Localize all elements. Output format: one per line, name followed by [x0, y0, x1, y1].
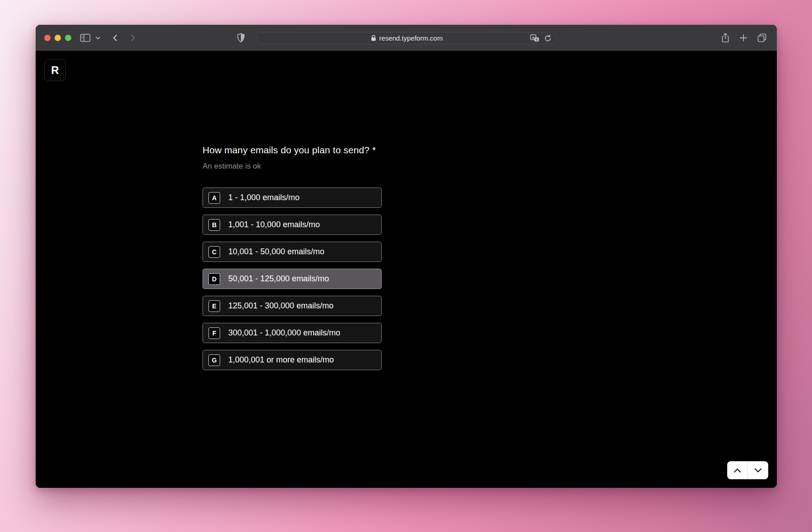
svg-text:S: S	[535, 38, 538, 41]
browser-titlebar: resend.typeform.com A S	[36, 25, 777, 51]
lock-icon	[371, 35, 376, 41]
forward-button-icon[interactable]	[129, 25, 137, 51]
chevron-down-icon[interactable]	[95, 25, 101, 51]
option-label: 1 - 1,000 emails/mo	[228, 193, 300, 202]
option-key-badge: A	[208, 192, 220, 204]
chevron-down-icon	[754, 468, 762, 473]
option-g[interactable]: G 1,000,001 or more emails/mo	[203, 350, 382, 370]
tab-overview-icon[interactable]	[757, 33, 767, 43]
share-icon[interactable]	[721, 32, 730, 43]
option-label: 10,001 - 50,000 emails/mo	[228, 247, 324, 257]
required-marker: *	[372, 145, 376, 155]
option-f[interactable]: F 300,001 - 1,000,000 emails/mo	[203, 323, 382, 343]
address-bar[interactable]: resend.typeform.com A S	[257, 32, 556, 44]
option-key-badge: E	[208, 300, 220, 312]
option-d[interactable]: D 50,001 - 125,000 emails/mo	[203, 269, 382, 289]
form-navigation	[727, 461, 768, 479]
option-label: 50,001 - 125,000 emails/mo	[228, 274, 329, 284]
option-key-badge: F	[208, 327, 220, 339]
question-title: How many emails do you plan to send? *	[203, 144, 382, 156]
option-key-badge: D	[208, 273, 220, 285]
options-list: A 1 - 1,000 emails/mo B 1,001 - 10,000 e…	[203, 188, 382, 370]
option-key-badge: G	[208, 354, 220, 366]
back-button-icon[interactable]	[111, 25, 119, 51]
url-text: resend.typeform.com	[379, 34, 443, 42]
reload-icon[interactable]	[544, 34, 552, 42]
browser-window: resend.typeform.com A S	[36, 25, 777, 488]
option-label: 300,001 - 1,000,000 emails/mo	[228, 328, 340, 338]
option-label: 125,001 - 300,000 emails/mo	[228, 301, 333, 311]
page-content: R How many emails do you plan to send? *…	[36, 51, 777, 488]
traffic-lights	[44, 35, 71, 41]
option-key-badge: B	[208, 219, 220, 231]
new-tab-icon[interactable]	[739, 33, 748, 42]
minimize-window-button[interactable]	[55, 35, 61, 41]
option-label: 1,001 - 10,000 emails/mo	[228, 220, 320, 229]
previous-question-button[interactable]	[727, 461, 747, 479]
next-question-button[interactable]	[747, 461, 768, 479]
close-window-button[interactable]	[44, 35, 51, 41]
svg-text:A: A	[532, 36, 535, 40]
privacy-shield-icon[interactable]	[237, 25, 245, 51]
translate-icon[interactable]: A S	[530, 34, 540, 42]
option-b[interactable]: B 1,001 - 10,000 emails/mo	[203, 215, 382, 235]
logo-letter: R	[51, 64, 59, 77]
resend-logo: R	[44, 60, 66, 81]
chevron-up-icon	[734, 468, 741, 473]
option-a[interactable]: A 1 - 1,000 emails/mo	[203, 188, 382, 208]
option-key-badge: C	[208, 246, 220, 258]
question-block: How many emails do you plan to send? * A…	[203, 144, 382, 377]
option-e[interactable]: E 125,001 - 300,000 emails/mo	[203, 296, 382, 316]
zoom-window-button[interactable]	[65, 35, 71, 41]
sidebar-toggle-icon[interactable]	[80, 25, 91, 51]
option-c[interactable]: C 10,001 - 50,000 emails/mo	[203, 242, 382, 262]
question-subtitle: An estimate is ok	[203, 161, 382, 171]
option-label: 1,000,001 or more emails/mo	[228, 355, 334, 365]
